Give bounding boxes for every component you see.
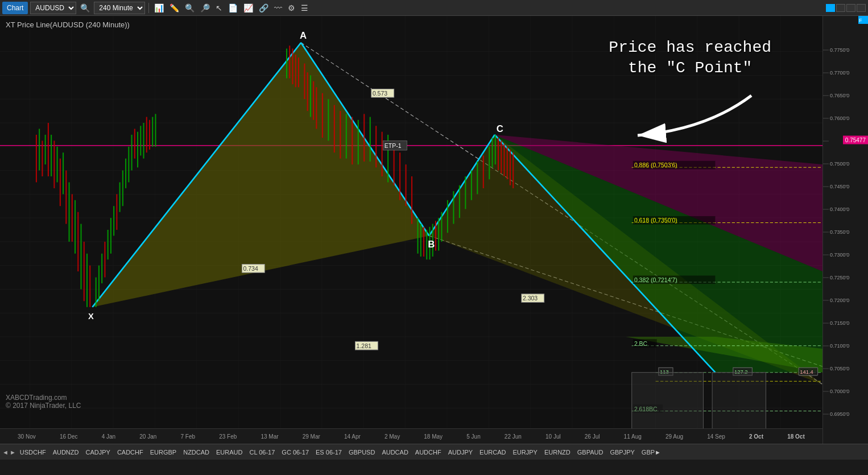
svg-rect-59 xyxy=(60,159,61,206)
svg-rect-66 xyxy=(80,224,81,290)
fib-0573-label: 0.573 xyxy=(373,90,387,97)
symbol-audcad[interactable]: AUDCAD xyxy=(379,449,411,456)
svg-rect-56 xyxy=(51,135,52,176)
svg-rect-140 xyxy=(510,150,511,185)
svg-rect-63 xyxy=(72,194,73,242)
svg-rect-94 xyxy=(295,55,296,87)
svg-rect-64 xyxy=(75,200,76,254)
zoom-out-icon[interactable]: 🔎 xyxy=(199,3,212,13)
svg-rect-78 xyxy=(119,182,121,212)
svg-text:0.7650'0: 0.7650'0 xyxy=(830,93,849,98)
cursor-icon[interactable]: ↖ xyxy=(214,3,224,13)
settings-icon[interactable]: ⚙ xyxy=(286,3,297,13)
symbol-audjpy[interactable]: AUDJPY xyxy=(445,449,476,456)
svg-rect-79 xyxy=(122,171,123,206)
price-scale: 0.75477 0.7750'0 0.7700'0 0.7650'0 xyxy=(822,16,868,444)
svg-rect-130 xyxy=(471,171,472,200)
chart2-icon[interactable]: 📈 xyxy=(242,3,255,13)
svg-rect-88 xyxy=(149,120,150,150)
symbol-eurnzd[interactable]: EURNZD xyxy=(542,449,573,456)
svg-rect-72 xyxy=(101,254,102,283)
symbol-nzdcad[interactable]: NZDCAD xyxy=(180,449,212,456)
symbol-gbpjpy[interactable]: GBPJPY xyxy=(607,449,637,456)
symbol-cl0617[interactable]: CL 06-17 xyxy=(246,449,278,456)
scroll-left-btn[interactable]: ◄ xyxy=(2,449,9,456)
svg-rect-71 xyxy=(98,266,100,301)
symbol-gbpaud[interactable]: GBPAUD xyxy=(574,449,606,456)
point-a-label: A xyxy=(300,30,307,41)
symbol-audnzd[interactable]: AUDNZD xyxy=(50,449,82,456)
chart-button[interactable]: Chart xyxy=(2,2,28,14)
symbol-eurcad[interactable]: EURCAD xyxy=(477,449,509,456)
date-22jun: 22 Jun xyxy=(505,433,522,440)
svg-rect-127 xyxy=(453,191,454,224)
svg-rect-107 xyxy=(358,120,359,164)
symbol-cadchf[interactable]: CADCHF xyxy=(114,449,146,456)
symbol-gbpusd[interactable]: GBPUSD xyxy=(346,449,378,456)
svg-rect-57 xyxy=(53,141,55,188)
date-2may: 2 May xyxy=(385,433,400,440)
timeframe-select[interactable]: 240 Minute xyxy=(94,2,145,14)
date-29aug: 29 Aug xyxy=(666,433,683,440)
svg-text:0.6950'0: 0.6950'0 xyxy=(830,411,849,417)
level-1414-text: 141.4 xyxy=(800,369,813,375)
svg-text:0.7750'0: 0.7750'0 xyxy=(830,47,849,53)
chart-area[interactable]: XT Price Line(AUDUSD (240 Minute)) Price… xyxy=(0,16,822,444)
svg-rect-111 xyxy=(382,132,383,176)
symbol-cadjpy[interactable]: CADJPY xyxy=(82,449,113,456)
symbol-es0617[interactable]: ES 06-17 xyxy=(313,449,345,456)
symbol-gbp-more[interactable]: GBP► xyxy=(639,449,664,456)
svg-rect-128 xyxy=(459,185,460,218)
symbol-euraud[interactable]: EURAUD xyxy=(213,449,245,456)
svg-text:0.7350'0: 0.7350'0 xyxy=(830,229,849,235)
svg-rect-136 xyxy=(498,138,499,170)
svg-text:0.7500'0: 0.7500'0 xyxy=(830,161,849,167)
svg-rect-75 xyxy=(110,218,111,254)
list-icon[interactable]: ☰ xyxy=(299,3,310,13)
svg-rect-67 xyxy=(84,242,85,301)
toolbar: Chart AUDUSD 🔍 240 Minute 📊 ✏️ 🔍 🔎 ↖ 📄 📈… xyxy=(0,0,868,16)
symbol-select[interactable]: AUDUSD xyxy=(30,2,76,14)
date-bar: 30 Nov 16 Dec 4 Jan 20 Jan 7 Feb 23 Feb … xyxy=(0,428,822,444)
svg-rect-51 xyxy=(36,135,37,183)
svg-rect-54 xyxy=(45,135,46,164)
date-10jul: 10 Jul xyxy=(545,433,561,440)
svg-rect-139 xyxy=(507,147,508,179)
symbol-usdchf[interactable]: USDCHF xyxy=(17,449,49,456)
point-c-label: C xyxy=(497,123,503,134)
fib-2303-label: 2.303 xyxy=(523,295,538,301)
minimize-btn[interactable] xyxy=(826,4,835,12)
symbol-eurgbp[interactable]: EURGBP xyxy=(147,449,179,456)
date-26jul: 26 Jul xyxy=(585,433,600,440)
bar-chart-icon[interactable]: 📊 xyxy=(152,3,166,13)
svg-rect-134 xyxy=(491,138,493,167)
link-icon[interactable]: 🔗 xyxy=(257,3,270,13)
svg-rect-108 xyxy=(363,114,365,162)
date-7feb: 7 Feb xyxy=(180,433,195,440)
pencil-icon[interactable]: ✏️ xyxy=(168,3,181,13)
scroll-right-btn[interactable]: ► xyxy=(10,449,16,456)
price-scale-svg: 0.7750'0 0.7700'0 0.7650'0 0.7600'0 0.75… xyxy=(823,16,868,444)
symbol-audchf[interactable]: AUDCHF xyxy=(412,449,444,456)
date-2oct: 2 Oct xyxy=(749,433,763,440)
svg-rect-135 xyxy=(495,135,496,164)
svg-rect-60 xyxy=(63,152,64,194)
svg-rect-116 xyxy=(411,176,412,224)
svg-rect-129 xyxy=(465,176,466,209)
svg-rect-53 xyxy=(42,141,43,176)
level-0382-text: 0.382 (0.7214'7) xyxy=(634,277,677,283)
fib-1281-label: 1.281 xyxy=(357,343,371,349)
search-icon[interactable]: 🔍 xyxy=(78,3,92,13)
symbol-gc0617[interactable]: GC 06-17 xyxy=(279,449,312,456)
symbol-eurjpy[interactable]: EURJPY xyxy=(510,449,540,456)
restore-btn[interactable] xyxy=(846,4,855,12)
etp1-label: ETP-1 xyxy=(385,143,402,149)
svg-rect-92 xyxy=(289,46,290,78)
wave-icon[interactable]: 〰 xyxy=(272,3,284,13)
chart-title: XT Price Line(AUDUSD (240 Minute)) xyxy=(6,20,130,29)
close-btn[interactable] xyxy=(857,4,866,12)
zoom-in-icon[interactable]: 🔍 xyxy=(183,3,196,13)
maximize-btn[interactable] xyxy=(836,4,845,12)
svg-text:0.7300'0: 0.7300'0 xyxy=(830,252,849,258)
document-icon[interactable]: 📄 xyxy=(226,3,239,13)
